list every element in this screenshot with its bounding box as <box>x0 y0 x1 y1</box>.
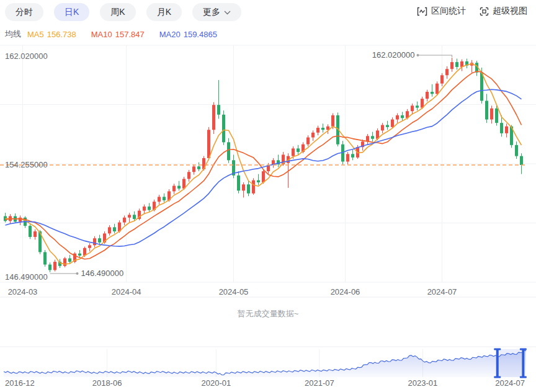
svg-text:2021-07: 2021-07 <box>305 378 334 388</box>
range-statistics-label: 区间统计 <box>431 6 466 17</box>
more-label: 更多 <box>203 3 220 21</box>
ma10-value: 157.847 <box>115 30 145 39</box>
period-button-daily-k[interactable]: 日K <box>54 3 89 21</box>
svg-text:2024-07: 2024-07 <box>427 287 457 296</box>
period-button-fenshi[interactable]: 分时 <box>5 3 43 21</box>
svg-text:2024-04: 2024-04 <box>112 287 141 296</box>
svg-text:154.255000: 154.255000 <box>5 160 48 169</box>
candlestick-chart-canvas[interactable]: 162.020000146.490000162.020000154.255000… <box>0 0 536 392</box>
ma20-label: MA20 <box>159 30 181 39</box>
svg-text:162.020000: 162.020000 <box>372 50 415 60</box>
svg-text:2024-03: 2024-03 <box>8 287 38 296</box>
ma10-legend-item: MA10 157.847 <box>91 30 145 39</box>
svg-text:2016-12: 2016-12 <box>5 378 35 388</box>
svg-text:2024-07: 2024-07 <box>495 378 525 388</box>
svg-text:146.490000: 146.490000 <box>81 269 124 278</box>
navigator-selected-range[interactable] <box>498 349 524 377</box>
ma-legend: 均线 MA5 156.738 MA10 157.847 MA20 159.486… <box>5 29 232 40</box>
period-button-monthly-k[interactable]: 月K <box>146 3 182 21</box>
ma5-legend-item: MA5 156.738 <box>27 30 76 39</box>
svg-text:146.490000: 146.490000 <box>5 272 48 282</box>
super-view-tool[interactable]: 超级视图 <box>480 6 527 17</box>
svg-text:2024-05: 2024-05 <box>219 287 249 296</box>
range-statistics-icon <box>417 7 427 16</box>
ma20-value: 159.4865 <box>184 30 217 39</box>
ma20-legend-item: MA20 159.4865 <box>159 30 217 39</box>
period-button-weekly-k[interactable]: 周K <box>100 3 135 21</box>
ma10-label: MA10 <box>91 30 112 39</box>
svg-text:2024-06: 2024-06 <box>331 287 360 296</box>
super-view-icon <box>480 7 489 16</box>
navigator-layer: 2016-122018-062020-012021-072023-012024-… <box>4 349 527 388</box>
svg-text:162.020000: 162.020000 <box>5 51 48 61</box>
ma-legend-title: 均线 <box>5 29 21 40</box>
super-view-label: 超级视图 <box>493 6 527 17</box>
chart-tools: 区间统计 超级视图 <box>417 6 527 17</box>
ma5-label: MA5 <box>27 30 44 39</box>
no-volume-data-message: 暂无成交量数据~ <box>0 308 536 319</box>
chart-period-toolbar: 分时 日K 周K 月K 更多 <box>5 3 241 21</box>
ma5-value: 156.738 <box>47 30 76 39</box>
grid-layer <box>0 45 536 347</box>
annotation-layer: 162.020000146.490000 <box>0 50 527 278</box>
range-statistics-tool[interactable]: 区间统计 <box>417 6 466 17</box>
svg-text:2018-06: 2018-06 <box>92 378 122 388</box>
svg-text:2020-01: 2020-01 <box>201 378 231 388</box>
svg-text:2023-01: 2023-01 <box>408 378 438 388</box>
chevron-down-icon <box>224 3 231 21</box>
more-periods-button[interactable]: 更多 <box>192 3 241 21</box>
